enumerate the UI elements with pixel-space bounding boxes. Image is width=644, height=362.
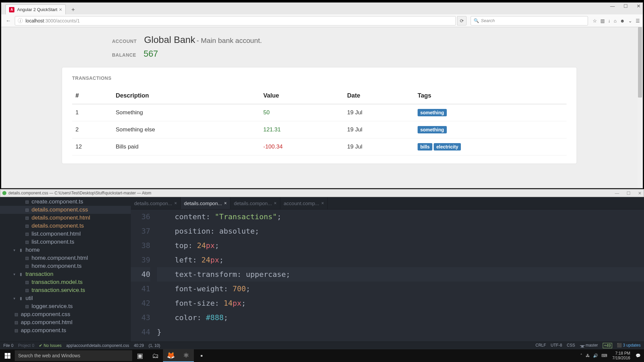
tab-close-icon[interactable]: × — [59, 7, 62, 13]
tree-file[interactable]: ▤list.component.html — [0, 230, 131, 238]
tree-label: home.component.html — [32, 255, 88, 261]
volume-icon[interactable]: 🔊 — [593, 353, 598, 358]
network-icon[interactable]: 🖧 — [586, 353, 590, 358]
editor-tab[interactable]: details.compon...× — [230, 197, 280, 209]
cmd-icon[interactable]: ▪ — [194, 349, 209, 362]
code-line[interactable]: content: "Transactions"; — [157, 209, 644, 224]
tree-file[interactable]: ▤app.component.html — [0, 318, 131, 326]
tree-folder[interactable]: ▾▮transaction — [0, 270, 131, 278]
code-line[interactable]: } — [157, 325, 644, 339]
file-icon: ▤ — [13, 328, 19, 333]
status-cursor-pos[interactable]: 40:29 — [134, 343, 144, 348]
editor-tab[interactable]: details.compon...× — [131, 197, 181, 209]
code-lines[interactable]: content: "Transactions"; position: absol… — [157, 209, 644, 339]
status-updates[interactable]: ⬛ 3 updates — [617, 343, 641, 348]
explorer-icon[interactable]: 🗂 — [148, 349, 163, 362]
tab-close-icon[interactable]: × — [274, 200, 277, 206]
firefox-taskbar-icon[interactable]: 🦊 — [163, 349, 178, 362]
atom-taskbar-icon[interactable]: ⚛ — [178, 349, 194, 362]
bookmark-star-icon[interactable]: ☆ — [593, 18, 597, 23]
status-diff[interactable]: +49 — [603, 343, 612, 348]
url-bar[interactable]: i localhost:3000/accounts/1 — [15, 16, 456, 25]
tree-file[interactable]: ▤details.component.html — [0, 214, 131, 222]
tree-file[interactable]: ▤details.component.css — [0, 206, 131, 214]
tag-badge[interactable]: electricity — [434, 143, 461, 150]
account-desc: - Main bank account. — [197, 37, 262, 44]
minimize-icon[interactable]: — — [610, 3, 615, 9]
tree-file[interactable]: ▤home.component.ts — [0, 262, 131, 270]
tab-close-icon[interactable]: × — [224, 200, 227, 206]
browser-search[interactable]: 🔍 Search — [471, 16, 588, 25]
tree-folder[interactable]: ▾▮home — [0, 246, 131, 254]
menu-icon[interactable]: ☰ — [636, 18, 640, 23]
status-file[interactable]: File 0 — [3, 343, 13, 348]
close-icon[interactable]: ✕ — [637, 3, 641, 9]
code-line[interactable]: color: #888; — [157, 310, 644, 325]
tag-badge[interactable]: bills — [418, 143, 432, 150]
site-info-icon[interactable]: i — [18, 18, 23, 23]
tree-file[interactable]: ▤app.component.ts — [0, 326, 131, 335]
status-language[interactable]: CSS — [567, 343, 575, 348]
start-button[interactable] — [0, 349, 15, 362]
reload-button[interactable]: ⟳ — [457, 16, 467, 25]
status-encoding[interactable]: UTF-8 — [551, 343, 562, 348]
taskbar-clock[interactable]: 7:18 PM 7/19/2016 — [610, 351, 632, 360]
status-issues[interactable]: ✔ No Issues — [39, 343, 61, 348]
maximize-icon[interactable]: ☐ — [627, 191, 631, 196]
tag-badge[interactable]: something — [418, 109, 447, 116]
minimize-icon[interactable]: — — [615, 191, 619, 196]
tree-label: details.component.css — [32, 206, 88, 213]
tree-folder[interactable]: ▾▮util — [0, 294, 131, 302]
transactions-table: # Description Value Date Tags 1Something… — [72, 87, 567, 156]
tree-file[interactable]: ▤logger.service.ts — [0, 302, 131, 310]
tree-file[interactable]: ▤list.component.ts — [0, 238, 131, 246]
task-view-icon[interactable]: ▣ — [132, 349, 148, 362]
tray-chevron-icon[interactable]: ˄ — [580, 353, 582, 358]
tree-file[interactable]: ▤create.component.ts — [0, 198, 131, 206]
tree-file[interactable]: ▤app.component.css — [0, 310, 131, 318]
code-line[interactable]: font-size: 14px; — [157, 296, 644, 310]
tab-label: details.compon... — [234, 200, 272, 206]
home-icon[interactable]: ⌂ — [614, 18, 616, 23]
code-line[interactable]: left: 24px; — [157, 253, 644, 267]
code-line[interactable]: position: absolute; — [157, 224, 644, 238]
code-line[interactable]: text-transform: uppercase; — [157, 267, 644, 282]
balance-value: 567 — [144, 49, 158, 59]
url-text: localhost:3000/accounts/1 — [25, 18, 80, 23]
back-button[interactable]: ← — [4, 16, 13, 25]
file-tree[interactable]: ▤create.component.ts▤details.component.c… — [0, 197, 131, 342]
code-line[interactable]: font-weight: 700; — [157, 282, 644, 296]
close-icon[interactable]: ✕ — [638, 191, 642, 196]
tree-file[interactable]: ▤transaction.service.ts — [0, 286, 131, 294]
col-val: Value — [260, 87, 344, 104]
maximize-icon[interactable]: ☐ — [624, 3, 628, 9]
tree-file[interactable]: ▤details.component.ts — [0, 222, 131, 230]
browser-tab[interactable]: A Angular 2 QuickStart × — [5, 4, 66, 14]
tag-badge[interactable]: something — [418, 126, 447, 133]
tree-label: util — [25, 295, 33, 302]
cell-num: 2 — [72, 121, 112, 138]
code-area[interactable]: 363738394041424344 content: "Transaction… — [131, 209, 644, 339]
status-project[interactable]: Project 0 — [18, 343, 34, 348]
new-tab-button[interactable]: + — [68, 6, 78, 14]
smiley-icon[interactable]: ☻ — [620, 18, 625, 23]
code-line[interactable]: top: 24px; — [157, 238, 644, 253]
tree-file[interactable]: ▤transaction.model.ts — [0, 278, 131, 286]
tab-close-icon[interactable]: × — [174, 200, 177, 206]
editor-tab[interactable]: details.compon...× — [181, 197, 231, 209]
downloads-icon[interactable]: ↓ — [608, 18, 610, 23]
status-eol[interactable]: CRLF — [536, 343, 546, 348]
col-desc: Description — [112, 87, 260, 104]
tree-file[interactable]: ▤home.component.html — [0, 254, 131, 262]
taskbar-search[interactable]: Search the web and Windows — [15, 350, 132, 361]
page-scrollbar[interactable] — [637, 27, 643, 188]
tab-close-icon[interactable]: × — [321, 200, 324, 206]
library-icon[interactable]: ▥ — [600, 18, 605, 23]
input-icon[interactable]: ⌨ — [601, 353, 607, 358]
pocket-icon[interactable]: ⌄ — [628, 18, 632, 23]
file-icon: ▤ — [24, 304, 30, 309]
status-branch[interactable]: ᚘ master — [580, 343, 598, 348]
editor-tab[interactable]: account.comp...× — [280, 197, 328, 209]
status-path[interactable]: app\account\details.component.css — [66, 343, 129, 348]
notifications-icon[interactable]: 💬 — [636, 353, 641, 358]
